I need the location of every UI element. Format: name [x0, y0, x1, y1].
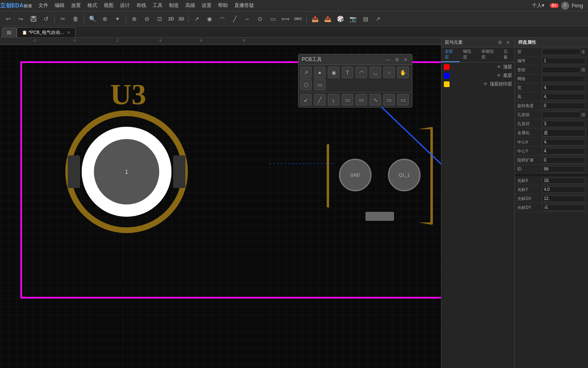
mode-2d-button[interactable]: 2D — [167, 13, 176, 25]
tool-pcb-text[interactable]: T — [342, 67, 353, 78]
layer-tab-all[interactable]: 全部层 — [441, 47, 460, 62]
notification-badge[interactable]: 9+ — [550, 3, 559, 8]
save-button[interactable] — [28, 13, 39, 25]
cut-button[interactable]: ✂ — [57, 13, 69, 25]
menu-route[interactable]: 布线 — [133, 1, 149, 10]
tool-share[interactable]: ↗ — [372, 13, 384, 25]
tool-pcb-ellipse[interactable]: ○ — [383, 67, 395, 78]
menu-file[interactable]: 文件 — [35, 1, 51, 10]
tool-dim[interactable]: ⟺ — [280, 13, 291, 25]
pcb-tool-close[interactable]: ✕ — [402, 56, 409, 63]
layer-row-bottom[interactable]: 👁 底层 — [441, 71, 514, 80]
search-button[interactable]: 🔍 — [87, 13, 98, 25]
pad-bottom[interactable] — [365, 212, 394, 221]
tool-pcb-hand[interactable]: ✋ — [397, 67, 409, 78]
tool-pcb-pad[interactable]: ◉ — [328, 67, 339, 78]
pcb-tool-minimize[interactable]: — — [385, 56, 392, 63]
menu-advanced[interactable]: 高级 — [182, 1, 198, 10]
canvas-area[interactable]: 选中数量 1 -2 0 2 4 6 8 U3 — [0, 38, 441, 368]
tool-pcb-line[interactable]: ╱ — [314, 94, 325, 105]
tool-via[interactable]: ⊙ — [254, 13, 266, 25]
prop-val-width[interactable]: 4. — [542, 85, 586, 91]
pcb-tool-settings[interactable]: ⚙ — [394, 56, 401, 63]
prop-val-height[interactable]: 4. — [542, 94, 586, 100]
mode-3d-button[interactable]: 3D — [177, 13, 186, 25]
tool-copper[interactable]: ▭ — [267, 13, 278, 25]
clear-button[interactable]: ✦ — [112, 13, 123, 25]
tool-pcb-poly[interactable]: ⬡ — [300, 79, 312, 90]
tool-export[interactable]: 📤 — [322, 13, 333, 25]
tool-pcb-scale[interactable]: ⤡ — [370, 94, 381, 105]
tool-route[interactable]: ↗ — [191, 13, 203, 25]
tool-pcb-diag[interactable]: ↙ — [300, 94, 312, 105]
prop-val-layer[interactable] — [542, 49, 581, 55]
undo2-button[interactable]: ↺ — [40, 13, 52, 25]
menu-edit[interactable]: 编辑 — [51, 1, 68, 10]
layer-tab-copper[interactable]: 铜箔层 — [460, 47, 478, 62]
prop-val-rotation[interactable]: 0 — [542, 103, 586, 109]
prop-val-metal[interactable]: 是 — [542, 129, 586, 137]
tool-import[interactable]: 📥 — [309, 13, 321, 25]
tool-pcb-curve[interactable]: ╮ — [328, 94, 339, 105]
pad-gnd[interactable]: GND — [339, 159, 372, 191]
tool-layers[interactable]: ▤ — [360, 13, 371, 25]
menu-settings[interactable]: 设置 — [198, 1, 215, 10]
tool-pcb-rect2[interactable]: ▭ — [342, 94, 353, 105]
menu-design[interactable]: 设计 — [117, 1, 133, 10]
delete-button[interactable]: 🗑 — [70, 13, 81, 25]
menu-place[interactable]: 放置 — [68, 1, 84, 10]
prop-val-net[interactable] — [542, 76, 586, 82]
menu-help[interactable]: 帮助 — [215, 1, 231, 10]
prop-val-id[interactable]: 1 — [542, 58, 586, 64]
layer-tab-elements[interactable]: 元素 — [500, 47, 514, 62]
tool-pcb-arc1[interactable]: ◠ — [356, 67, 367, 78]
prop-val-shape[interactable] — [542, 67, 581, 73]
tool-pcb-panel[interactable]: ▭ — [383, 94, 395, 105]
prop-val-mask[interactable]: 0. — [542, 157, 586, 164]
tool-pcb-circle[interactable]: ● — [314, 67, 325, 78]
tool-photo[interactable]: 📷 — [347, 13, 359, 25]
tool-arc[interactable]: ◠ — [216, 13, 228, 25]
tool-drc[interactable]: DRC — [292, 13, 304, 25]
prop-val-cx[interactable]: 4. — [542, 139, 586, 146]
tool-pcb-rect3[interactable]: ▭ — [356, 94, 367, 105]
pad-q1[interactable]: Q1_1 — [388, 159, 421, 191]
tab-home[interactable]: 始 — [2, 27, 17, 37]
zoom-fit-button[interactable]: ⊡ — [154, 13, 165, 25]
tool-3d-view[interactable]: 🎲 — [334, 13, 346, 25]
tool-line[interactable]: ╱ — [229, 13, 241, 25]
undo-button[interactable]: ↩ — [2, 13, 14, 25]
eye-top[interactable]: 👁 — [497, 65, 501, 69]
tool-track[interactable]: ⌐ — [242, 13, 253, 25]
tool-pcb-arc2[interactable]: ◡ — [370, 67, 381, 78]
redo-button[interactable]: ↪ — [15, 13, 27, 25]
layer-tab-noncopper[interactable]: 非铜箔层 — [478, 47, 500, 62]
zoom-out-button[interactable]: ⊖ — [141, 13, 153, 25]
personal-menu[interactable]: 个人▾ — [529, 1, 548, 10]
menu-view[interactable]: 视图 — [100, 1, 117, 10]
tool-pcb-route[interactable]: ↗ — [300, 67, 312, 78]
eye-bottom[interactable]: 👁 — [497, 73, 501, 78]
tab-close[interactable]: ✕ — [67, 30, 70, 35]
component-q1[interactable]: GND Q1_1 — [327, 127, 433, 225]
select-all-button[interactable]: ⊕ — [99, 13, 111, 25]
layers-close-btn[interactable]: ✕ — [505, 39, 511, 46]
layer-row-silkscreen[interactable]: 👁 顶层丝印层 — [441, 80, 514, 88]
zoom-in-button[interactable]: ⊕ — [129, 13, 140, 25]
menu-format[interactable]: 格式 — [84, 1, 100, 10]
layers-settings-btn[interactable]: ⚙ — [497, 39, 503, 46]
prop-val-holedia[interactable]: 3. — [542, 121, 586, 127]
layer-row-top[interactable]: 👁 顶层 — [441, 63, 514, 71]
component-u3[interactable]: 1 — [65, 110, 188, 233]
eye-silk[interactable]: 👁 — [483, 82, 488, 86]
prop-val-objid[interactable]: 99 — [542, 166, 586, 173]
pcb-canvas[interactable]: U3 1 — [0, 45, 441, 368]
tool-pcb-rect[interactable]: ▭ — [314, 79, 325, 90]
menu-live[interactable]: 直播答疑 — [231, 1, 257, 10]
tool-pad[interactable]: ◉ — [204, 13, 215, 25]
tool-pcb-misc[interactable]: ▭ — [397, 94, 409, 105]
prop-val-holeshape[interactable] — [542, 112, 581, 118]
menu-manufacture[interactable]: 制造 — [166, 1, 182, 10]
menu-tools[interactable]: 工具 — [149, 1, 166, 10]
avatar[interactable]: P — [561, 2, 569, 10]
